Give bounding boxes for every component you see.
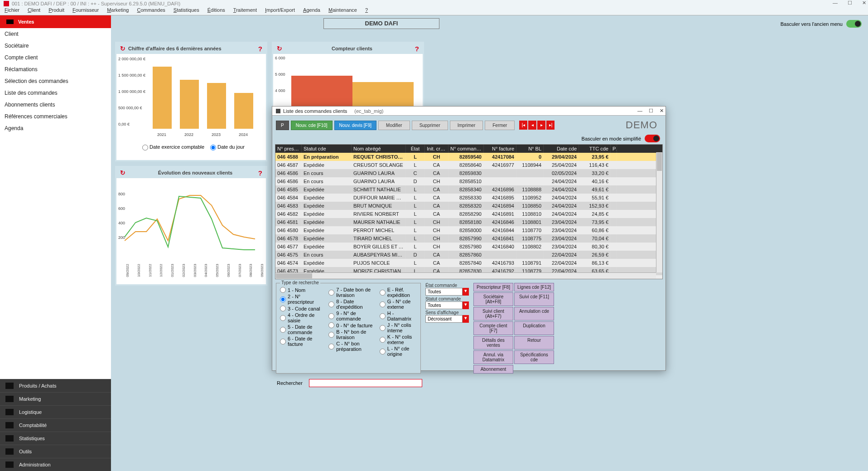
button-fermer[interactable]: Fermer [485,121,515,130]
chevron-down-icon[interactable]: ▾ [463,301,469,309]
action-button[interactable]: Compte client [F7] [473,321,513,335]
menu-client[interactable]: Client [28,7,40,15]
action-button[interactable]: Suivi cde [F11] [514,292,554,306]
col-header[interactable]: N° commande [448,145,484,153]
radio-input[interactable] [280,339,286,345]
radio-input[interactable] [328,332,334,338]
chevron-down-icon[interactable]: ▾ [463,315,469,323]
grid-body[interactable]: 046 4588En préparationREQUET CHRISTOPHEL… [275,153,662,279]
table-row[interactable]: 046 4581ExpédiéeMAURER NATHALIELCH828581… [275,218,662,226]
menu-?[interactable]: ? [365,7,368,15]
nav-last-icon[interactable]: ▸| [546,121,555,130]
radio-date-mode[interactable]: Date exercice comptable Date du jour [116,142,266,152]
radio-option[interactable]: G - N° cde externe [380,299,417,310]
help-icon[interactable]: ? [258,169,262,177]
radio-input[interactable] [380,349,386,354]
select-etat[interactable]: Toutes▾ [425,288,469,296]
module-item[interactable]: Marketing [0,392,111,405]
button-nouv-cde[interactable]: Nouv. cde [F10] [291,121,333,130]
col-header[interactable]: P [611,145,617,153]
radio-option[interactable]: 2 - N° prescripteur [280,294,323,305]
nav-item[interactable]: Sélection des commandes [0,75,111,87]
table-row[interactable]: 046 4587ExpédiéeCREUSOT SOLANGELCA828586… [275,161,662,169]
radio-input[interactable] [380,313,386,319]
module-item[interactable]: Logistique [0,405,111,418]
refresh-icon[interactable]: ↻ [120,45,125,52]
menu-éditions[interactable]: Éditions [207,7,225,15]
button-nouv-devis[interactable]: Nouv. devis [F9] [334,121,377,130]
win-minimize[interactable]: — [637,108,642,114]
module-item[interactable]: Produits / Achats [0,379,111,392]
menu-statistiques[interactable]: Statistiques [174,7,199,15]
refresh-icon[interactable]: ↻ [120,169,125,176]
nav-next-icon[interactable]: ▸ [537,121,545,130]
menu-commandes[interactable]: Commandes [137,7,165,15]
button-imprimer[interactable]: Imprimer [450,121,483,130]
window-titlebar[interactable]: Liste des commandes clients (ec_tab_mig)… [272,107,665,116]
action-button[interactable]: Sociétaire [Alt+F8] [473,292,513,306]
help-icon[interactable]: ? [415,45,419,53]
nav-prev-icon[interactable]: ◂ [528,121,536,130]
table-row[interactable]: 046 4578ExpédiéeTIRARD MICHELLCH82857990… [275,234,662,243]
radio-input[interactable] [280,306,286,311]
module-item[interactable]: Comptabilité [0,418,111,432]
action-button[interactable]: Prescripteur [F8] [473,283,513,291]
radio-option[interactable]: 7 - Date bon de livraison [328,287,374,298]
radio-input[interactable] [280,296,286,302]
radio-option[interactable]: C - N° bon préparation [328,341,374,352]
radio-option[interactable]: E - Réf. expédition [380,287,417,298]
toggle-switch-icon[interactable] [645,135,660,142]
menu-traitement[interactable]: Traitement [233,7,257,15]
radio-option[interactable]: B - N° bon de livraison [328,329,374,340]
radio-option[interactable]: K - N° colis externe [380,334,417,345]
nav-item[interactable]: Réclamations [0,63,111,75]
module-item[interactable]: Statistiques [0,432,111,445]
radio-input[interactable] [380,325,386,331]
maximize-button[interactable]: ☐ [848,0,852,6]
nav-item[interactable]: Abonnements clients [0,99,111,111]
action-button[interactable]: Suivi client (Alt+F7) [473,307,513,320]
menu-fournisseur[interactable]: Fournisseur [72,7,99,15]
radio-input[interactable] [328,322,334,328]
close-button[interactable]: ✕ [862,0,866,6]
button-modifier[interactable]: Modifier [378,121,410,130]
table-row[interactable]: 046 4584ExpédiéeDUFFOUR MARIE THERESLCA8… [275,194,662,202]
action-button[interactable]: Détails des ventes [473,336,513,350]
nav-item[interactable]: Sociétaire [0,40,111,52]
menu-marketing[interactable]: Marketing [107,7,129,15]
select-sens[interactable]: Décroissant▾ [425,315,469,323]
chevron-down-icon[interactable]: ▾ [463,288,469,296]
table-row[interactable]: 046 4582ExpédiéeRIVIERE NORBERTLCA828582… [275,210,662,218]
col-header[interactable]: N° facture [484,145,516,153]
toggle-switch-icon[interactable] [846,20,862,28]
radio-option[interactable]: 6 - Date de facture [280,336,323,347]
action-button[interactable]: Retour [514,336,554,350]
menu-import/export[interactable]: Import/Export [265,7,295,15]
table-row[interactable]: 046 4583ExpédiéeBRUT MONIQUELCA828583204… [275,202,662,210]
nav-item[interactable]: Client [0,28,111,40]
nav-header-ventes[interactable]: Ventes [0,15,111,28]
radio-exercice[interactable] [142,145,148,151]
search-input[interactable] [309,379,422,387]
help-icon[interactable]: ? [258,45,262,53]
radio-option[interactable]: 8 - Date d'expédition [328,299,374,310]
minimize-button[interactable]: — [833,0,838,6]
col-header[interactable]: Statut cde [302,145,352,153]
radio-input[interactable] [380,301,386,307]
radio-option[interactable]: J - N° colis interne [380,322,417,333]
radio-option[interactable]: 4 - Ordre de saisie [280,312,323,323]
radio-option[interactable]: 5 - Date de commande [280,324,323,335]
table-row[interactable]: 046 4580ExpédiéePERROT MICHELLCH82858000… [275,226,662,234]
toggle-mode-simplifie[interactable]: Basculer en mode simplifié [272,135,665,144]
nav-item[interactable]: Agenda [0,122,111,134]
radio-option[interactable]: 0 - N° de facture [328,322,374,328]
table-row[interactable]: 046 4588En préparationREQUET CHRISTOPHEL… [275,153,662,161]
table-row[interactable]: 046 4575En coursAUBASPEYRAS MICHELEDCA82… [275,251,662,259]
menu-fichier[interactable]: Fichier [5,7,19,15]
button-p[interactable]: P [276,121,289,130]
menu-produit[interactable]: Produit [48,7,64,15]
radio-input[interactable] [328,313,334,319]
table-row[interactable]: 046 4586En coursGUARINO LAURADCH82858510… [275,177,662,185]
radio-input[interactable] [328,301,334,307]
refresh-icon[interactable]: ↻ [277,45,282,52]
